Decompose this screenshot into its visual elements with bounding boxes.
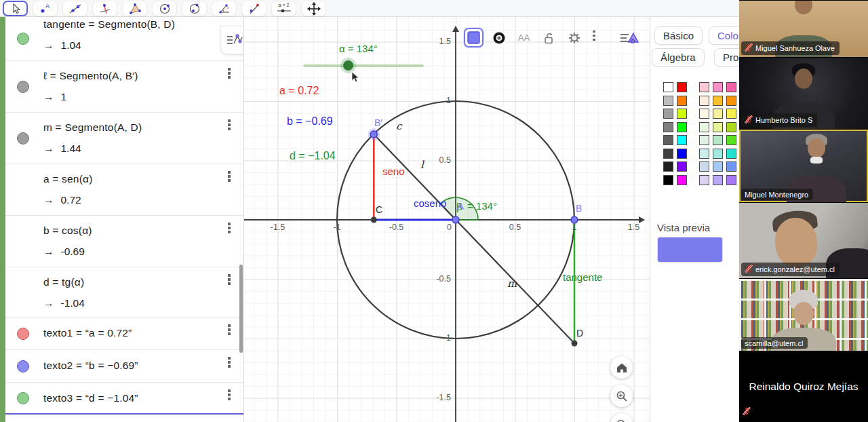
- fill-color-button[interactable]: [464, 28, 484, 47]
- color-swatch[interactable]: [726, 161, 736, 172]
- object-color-dot[interactable]: [17, 328, 29, 340]
- color-swatch[interactable]: [677, 161, 687, 172]
- color-swatch[interactable]: [713, 122, 723, 132]
- visibility-toggle[interactable]: [5, 267, 41, 317]
- color-swatch[interactable]: [663, 96, 673, 106]
- point-tool[interactable]: A: [33, 1, 58, 16]
- algebra-row[interactable]: ℓ = Segmento(A, B′)→1: [5, 61, 243, 113]
- color-swatch[interactable]: [699, 122, 709, 132]
- row-menu-button[interactable]: [224, 274, 234, 289]
- visibility-toggle[interactable]: [5, 383, 41, 414]
- row-menu-button[interactable]: [224, 68, 234, 83]
- tab-color[interactable]: Color: [709, 26, 739, 45]
- color-swatch[interactable]: [699, 82, 709, 92]
- color-swatch[interactable]: [726, 82, 736, 92]
- graphics-view[interactable]: α = 134° a = 0.72 b = −0.69 d = −1.04 se…: [244, 17, 650, 422]
- object-color-dot[interactable]: [17, 360, 29, 372]
- color-swatch[interactable]: [663, 135, 673, 145]
- participant-tile[interactable]: Miguel Sanhueza Olave: [739, 0, 868, 57]
- color-swatch[interactable]: [677, 96, 687, 106]
- algebra-style-button[interactable]: [220, 26, 244, 54]
- tab-basico[interactable]: Básico: [654, 26, 703, 45]
- point-style-button[interactable]: [489, 28, 509, 47]
- text-d-value[interactable]: d = −1.04: [290, 150, 336, 162]
- color-swatch[interactable]: [663, 161, 673, 172]
- color-swatch[interactable]: [713, 161, 723, 172]
- home-button[interactable]: [610, 356, 633, 379]
- polygon-tool[interactable]: [122, 1, 147, 16]
- line-tool[interactable]: [62, 1, 87, 16]
- alpha-slider-handle[interactable]: [343, 60, 353, 71]
- algebra-row[interactable]: a = sen(α)→0.72: [5, 164, 243, 216]
- text-b-value[interactable]: b = −0.69: [287, 115, 333, 128]
- color-swatch[interactable]: [726, 96, 736, 106]
- color-swatch[interactable]: [699, 109, 709, 119]
- color-swatch[interactable]: [699, 96, 709, 106]
- color-swatch[interactable]: [713, 96, 723, 106]
- participant-tile[interactable]: Humberto Brito S: [739, 57, 868, 129]
- visibility-toggle[interactable]: [5, 350, 41, 382]
- circle-center-point-tool[interactable]: [152, 1, 177, 16]
- color-swatch[interactable]: [726, 135, 736, 145]
- row-menu-button[interactable]: [224, 171, 234, 186]
- select-tool[interactable]: [3, 1, 28, 16]
- algebra-scrollbar[interactable]: [239, 265, 243, 353]
- color-swatch[interactable]: [663, 149, 673, 159]
- alpha-slider[interactable]: [303, 64, 424, 67]
- visibility-toggle[interactable]: [5, 318, 41, 349]
- visibility-toggle[interactable]: [5, 113, 41, 164]
- object-color-dot[interactable]: [17, 132, 29, 145]
- algebra-row[interactable]: texto1 = “a = 0.72”: [5, 318, 243, 350]
- visibility-toggle[interactable]: [5, 61, 41, 112]
- object-color-dot[interactable]: [17, 33, 29, 45]
- slider-tool[interactable]: a = 2: [271, 1, 296, 16]
- color-swatch[interactable]: [699, 135, 709, 145]
- row-menu-button[interactable]: [224, 389, 234, 404]
- perpendicular-line-tool[interactable]: [92, 1, 117, 16]
- object-color-dot[interactable]: [17, 392, 29, 404]
- participant-tile[interactable]: scamilla@utem.cl: [739, 278, 868, 351]
- color-swatch[interactable]: [699, 149, 709, 159]
- compass-tool[interactable]: [182, 1, 207, 16]
- graphics-settings-toggle[interactable]: [617, 28, 642, 48]
- tab-algebra[interactable]: Álgebra: [652, 48, 705, 66]
- object-color-dot[interactable]: [17, 81, 29, 93]
- participant-tile[interactable]: Miguel Montenegro: [739, 129, 868, 202]
- participant-tile[interactable]: erick.gonzalez@utem.cl: [739, 202, 868, 278]
- algebra-row[interactable]: texto3 = “d = −1.04”: [5, 383, 243, 415]
- color-swatch[interactable]: [713, 135, 723, 145]
- color-swatch[interactable]: [699, 161, 709, 172]
- color-swatch[interactable]: [677, 135, 687, 145]
- color-swatch[interactable]: [699, 175, 709, 185]
- row-menu-button[interactable]: [224, 324, 234, 339]
- row-menu-button[interactable]: [224, 223, 234, 237]
- visibility-toggle[interactable]: [5, 164, 41, 215]
- color-swatch[interactable]: [663, 82, 673, 92]
- angle-tool[interactable]: o: [212, 1, 237, 16]
- algebra-row[interactable]: b = cos(α)→-0.69: [5, 216, 243, 267]
- reflect-tool[interactable]: [241, 1, 267, 16]
- algebra-row[interactable]: m = Segmento(A, D)→1.44: [5, 113, 243, 164]
- move-graphics-tool[interactable]: [301, 1, 326, 16]
- zoom-in-button[interactable]: [610, 385, 633, 407]
- settings-button[interactable]: [564, 28, 584, 47]
- color-swatch[interactable]: [726, 122, 736, 132]
- color-swatch[interactable]: [663, 175, 673, 185]
- style-bar-menu-button[interactable]: [589, 31, 599, 45]
- color-swatch[interactable]: [677, 82, 687, 92]
- algebra-row[interactable]: tangente = Segmento(B, D)→1.04: [5, 17, 243, 61]
- color-swatch[interactable]: [713, 175, 723, 185]
- row-menu-button[interactable]: [224, 119, 234, 134]
- visibility-toggle[interactable]: [5, 216, 41, 267]
- text-a-value[interactable]: a = 0.72: [279, 85, 319, 97]
- color-swatch[interactable]: [677, 122, 687, 132]
- label-style-button[interactable]: AA: [514, 28, 534, 47]
- color-swatch[interactable]: [677, 175, 687, 185]
- algebra-row[interactable]: texto2 = “b = −0.69”: [5, 350, 243, 383]
- color-swatch[interactable]: [677, 149, 687, 159]
- color-swatch[interactable]: [713, 149, 723, 159]
- color-swatch[interactable]: [677, 109, 687, 119]
- color-swatch[interactable]: [726, 149, 736, 159]
- participant-tile[interactable]: Reinaldo Quiroz Mejías: [739, 351, 868, 422]
- tab-programacion[interactable]: Programación: [714, 48, 739, 66]
